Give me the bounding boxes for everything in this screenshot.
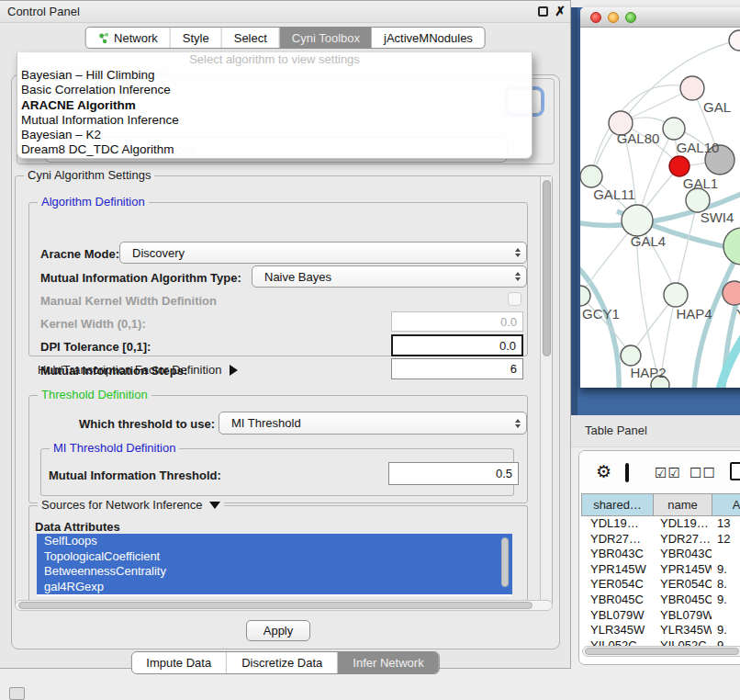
tab-network[interactable]: Network <box>85 28 171 48</box>
table-row[interactable]: YLR345W YLR345W 9. <box>581 623 740 638</box>
zoom-traffic-light[interactable] <box>625 12 636 23</box>
table-row[interactable]: YER054C YER054C 8. <box>581 577 740 593</box>
cell-value[interactable] <box>712 608 740 624</box>
apply-button[interactable]: Apply <box>246 620 310 641</box>
export-table-icon[interactable] <box>730 462 740 480</box>
sources-toggle[interactable]: Sources for Network Inference <box>38 498 224 512</box>
popup-item-bayesian-hill[interactable]: Bayesian – Hill Climbing <box>17 68 532 83</box>
popup-item-dream8[interactable]: Dream8 DC_TDC Algorithm <box>17 142 532 157</box>
cell-shared-name[interactable]: YBR045C <box>581 593 653 608</box>
cell-value[interactable]: 9. <box>712 623 740 638</box>
aracne-mode-combo[interactable]: Discovery <box>119 242 527 264</box>
node-salmon[interactable] <box>723 281 740 305</box>
column-layout-icon[interactable] <box>625 463 629 482</box>
cell-value[interactable]: 9. <box>712 593 740 608</box>
tab-cyni-toolbox[interactable]: Cyni Toolbox <box>280 28 372 48</box>
list-item-gal4rgexp[interactable]: gal4RGexp <box>37 580 512 595</box>
attributes-list-scrollbar-thumb[interactable] <box>501 537 509 587</box>
node-hap2[interactable] <box>621 345 641 366</box>
dpi-tolerance-field[interactable]: 0.0 <box>391 334 523 356</box>
mi-threshold-field[interactable]: 0.5 <box>388 462 519 485</box>
popup-item-aracne[interactable]: ARACNE Algorithm <box>17 98 532 113</box>
column-header-name[interactable]: name <box>653 493 712 516</box>
table-horizontal-scrollbar[interactable] <box>582 646 740 657</box>
network-window-titlebar[interactable] <box>580 7 740 28</box>
settings-horizontal-scrollbar[interactable] <box>15 600 553 611</box>
cell-name[interactable]: YLR345W <box>653 623 712 638</box>
close-traffic-light[interactable] <box>590 12 601 23</box>
node-gal10[interactable] <box>663 118 685 140</box>
mi-threshold-label: Mutual Information Threshold: <box>49 469 221 482</box>
network-canvas[interactable]: GAL GAL80 GAL10 GAL1 GAL11 SWI4 GAL4 GCY… <box>580 28 740 388</box>
cell-value[interactable] <box>712 547 740 562</box>
tab-infer-network[interactable]: Infer Network <box>338 652 438 673</box>
node-gal-partial[interactable] <box>680 76 704 100</box>
minimize-traffic-light[interactable] <box>608 12 619 23</box>
kernel-width-field[interactable]: 0.0 <box>391 311 523 332</box>
table-row[interactable]: YDL19… YDL19… 13 <box>581 516 740 532</box>
settings-vertical-scrollbar-thumb[interactable] <box>543 180 551 356</box>
tab-select[interactable]: Select <box>222 28 280 48</box>
node-unlabeled-top[interactable] <box>729 30 740 51</box>
control-panel-titlebar[interactable]: Control Panel ✗ <box>0 1 570 23</box>
table-row[interactable]: YBR043C YBR043C <box>581 547 740 562</box>
node-hap4[interactable] <box>664 283 688 307</box>
column-header-partial[interactable]: A <box>712 493 740 516</box>
tab-style[interactable]: Style <box>171 28 222 48</box>
manual-kernel-checkbox[interactable] <box>508 292 521 306</box>
node-label: GAL11 <box>593 186 635 202</box>
node-gal1[interactable] <box>669 156 690 176</box>
popup-item-bayesian-k2[interactable]: Bayesian – K2 <box>17 128 532 142</box>
cell-shared-name[interactable]: YER054C <box>581 577 653 593</box>
float-icon[interactable] <box>538 6 548 17</box>
table-horizontal-scrollbar-thumb[interactable] <box>585 648 739 655</box>
select-all-checkboxes-icon[interactable]: ☑☑ <box>655 465 681 481</box>
cell-name[interactable]: YER054C <box>653 577 712 593</box>
mi-steps-field[interactable]: 6 <box>391 358 523 379</box>
cell-value[interactable]: 12 <box>712 532 740 548</box>
list-item-topologicalcoefficient[interactable]: TopologicalCoefficient <box>37 549 512 565</box>
mi-type-combo[interactable]: Naive Bayes <box>252 265 527 288</box>
column-header-shared-name[interactable]: shared… <box>581 493 653 516</box>
settings-vertical-scrollbar[interactable] <box>540 176 552 606</box>
cell-shared-name[interactable]: YBL079W <box>581 608 653 624</box>
kernel-width-label: Kernel Width (0,1): <box>40 317 146 331</box>
table-row[interactable]: YBL079W YBL079W <box>581 608 740 624</box>
close-icon[interactable]: ✗ <box>555 4 566 18</box>
table-row[interactable]: YPR145W YPR145W 9. <box>581 562 740 578</box>
settings-horizontal-scrollbar-thumb[interactable] <box>18 602 533 609</box>
cell-value[interactable]: 13 <box>712 516 740 532</box>
node-gcy1[interactable] <box>580 286 590 306</box>
list-item-betweennesscentrality[interactable]: BetweennessCentrality <box>37 564 512 580</box>
cell-name[interactable]: YBR045C <box>653 593 712 608</box>
which-threshold-combo[interactable]: MI Threshold <box>219 412 527 435</box>
cell-shared-name[interactable]: YLR345W <box>581 623 653 638</box>
cell-name[interactable]: YBL079W <box>653 608 712 624</box>
cell-shared-name[interactable]: YDR27… <box>581 532 653 548</box>
tab-discretize-data[interactable]: Discretize Data <box>227 652 338 673</box>
table-row[interactable]: YBR045C YBR045C 9. <box>581 593 740 608</box>
tab-impute-data[interactable]: Impute Data <box>131 652 227 673</box>
hub-definition-toggle[interactable]: Hub/Transcription Factor Definition <box>38 363 238 377</box>
list-item-selfloops[interactable]: SelfLoops <box>37 534 512 549</box>
node-gal11[interactable] <box>580 165 602 187</box>
table-row[interactable]: YDR27… YDR27… 12 <box>581 532 740 548</box>
cell-value[interactable]: 8. <box>712 577 740 593</box>
popup-item-basic-correlation[interactable]: Basic Correlation Inference <box>17 83 532 97</box>
minimized-panel-icon[interactable] <box>9 687 25 700</box>
cell-shared-name[interactable]: YPR145W <box>581 562 653 578</box>
tab-label: jActiveMNodules <box>384 31 473 45</box>
cell-shared-name[interactable]: YBR043C <box>581 547 653 562</box>
deselect-all-checkboxes-icon[interactable]: ☐☐ <box>690 465 716 481</box>
cell-name[interactable]: YDL19… <box>653 516 712 532</box>
node-gal4[interactable] <box>622 205 653 236</box>
node-green-right[interactable] <box>723 228 740 265</box>
cell-shared-name[interactable]: YDL19… <box>581 516 653 532</box>
cell-name[interactable]: YPR145W <box>653 562 712 578</box>
gear-icon[interactable]: ⚙ <box>596 461 611 482</box>
popup-item-mutual-information[interactable]: Mutual Information Inference <box>17 113 532 128</box>
cell-value[interactable]: 9. <box>712 562 740 578</box>
cell-name[interactable]: YDR27… <box>653 532 712 548</box>
tab-jactivemnodules[interactable]: jActiveMNodules <box>372 28 485 48</box>
cell-name[interactable]: YBR043C <box>653 547 712 562</box>
